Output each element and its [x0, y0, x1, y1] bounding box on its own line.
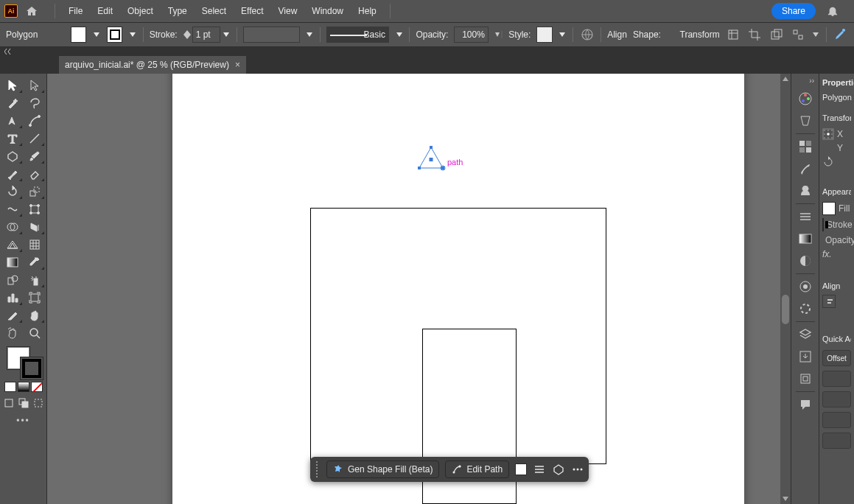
taskbar-shape-icon[interactable]: [552, 463, 565, 476]
slice-tool[interactable]: [1, 307, 24, 324]
symbols-panel-icon[interactable]: [793, 180, 818, 202]
fx-label[interactable]: fx.: [822, 249, 832, 259]
draw-behind[interactable]: [17, 396, 30, 410]
line-tool[interactable]: [24, 130, 46, 147]
layers-panel-icon[interactable]: [793, 323, 818, 346]
color-mode-none[interactable]: [31, 382, 43, 392]
dock-collapse-icon[interactable]: ››: [809, 77, 819, 85]
menu-select[interactable]: Select: [195, 0, 234, 22]
fill-swatch-small[interactable]: [822, 202, 836, 215]
color-guide-panel-icon[interactable]: [793, 110, 818, 132]
edit-path-button[interactable]: Edit Path: [445, 461, 509, 478]
mesh-tool[interactable]: [24, 236, 46, 253]
draw-normal[interactable]: [2, 396, 15, 410]
brush-definition[interactable]: Basic: [326, 27, 389, 43]
brushes-panel-icon[interactable]: [793, 158, 818, 180]
swatches-panel-icon[interactable]: [793, 136, 818, 158]
rotate-tool[interactable]: [1, 183, 24, 200]
graphic-styles-panel-icon[interactable]: [793, 298, 818, 320]
gradient-panel-icon[interactable]: [793, 228, 818, 250]
edit-toolbar-icon[interactable]: [833, 27, 848, 43]
stroke-color-indicator[interactable]: [20, 357, 43, 380]
draw-inside[interactable]: [32, 396, 45, 410]
rotate-icon[interactable]: [822, 156, 834, 168]
opacity-input[interactable]: 100%: [454, 27, 488, 43]
column-graph-tool[interactable]: [1, 289, 24, 307]
artboard-tool[interactable]: [24, 289, 46, 307]
stroke-weight-input[interactable]: 1 pt: [192, 27, 220, 43]
taskbar-fill-swatch[interactable]: [515, 463, 527, 475]
menu-object[interactable]: Object: [120, 0, 161, 22]
opacity-dropdown-icon[interactable]: [494, 27, 503, 43]
select-similar-dropdown-icon[interactable]: [811, 27, 820, 43]
eraser-tool[interactable]: [24, 165, 46, 183]
quick-action-button[interactable]: [822, 391, 851, 407]
vertical-scrollbar[interactable]: [780, 74, 791, 504]
width-tool[interactable]: [1, 200, 24, 218]
type-tool[interactable]: [1, 130, 24, 147]
direct-selection-tool[interactable]: [24, 77, 46, 94]
share-button[interactable]: Share: [771, 3, 816, 19]
artboards-panel-icon[interactable]: [793, 368, 818, 390]
stroke-swatch[interactable]: [107, 27, 122, 43]
gen-shape-fill-button[interactable]: Gen Shape Fill (Beta): [326, 461, 439, 478]
menu-window[interactable]: Window: [304, 0, 351, 22]
contextual-task-bar[interactable]: Gen Shape Fill (Beta) Edit Path: [310, 457, 589, 482]
color-mode-gradient[interactable]: [18, 382, 29, 392]
reference-point-icon[interactable]: [822, 128, 834, 140]
menu-edit[interactable]: Edit: [90, 0, 120, 22]
menu-view[interactable]: View: [271, 0, 305, 22]
quick-action-button[interactable]: [822, 371, 851, 387]
menu-effect[interactable]: Effect: [234, 0, 270, 22]
rotate-view-tool[interactable]: [1, 324, 24, 342]
brush-dropdown-icon[interactable]: [395, 27, 404, 43]
shaper-tool[interactable]: [1, 165, 24, 183]
menu-type[interactable]: Type: [161, 0, 195, 22]
pen-tool[interactable]: [1, 112, 24, 130]
home-icon[interactable]: [24, 3, 40, 19]
taskbar-more-icon[interactable]: [571, 463, 584, 476]
magic-wand-tool[interactable]: [1, 94, 24, 112]
fill-swatch[interactable]: [71, 27, 86, 43]
comments-panel-icon[interactable]: [793, 393, 818, 416]
document-tab[interactable]: arquivo_inicial.ai* @ 25 % (RGB/Preview)…: [59, 56, 246, 74]
live-paint-tool[interactable]: [24, 218, 46, 236]
fill-stroke-indicator[interactable]: [4, 346, 43, 379]
arrange-icon[interactable]: [769, 27, 784, 43]
align-left-button[interactable]: [822, 295, 836, 308]
stroke-dropdown-icon[interactable]: [128, 27, 137, 43]
style-dropdown-icon[interactable]: [559, 27, 567, 43]
gradient-tool[interactable]: [1, 253, 24, 271]
shape-label[interactable]: Shape:: [633, 29, 661, 40]
close-tab-icon[interactable]: ×: [235, 60, 240, 70]
quick-action-button[interactable]: [822, 433, 851, 449]
align-label[interactable]: Align: [607, 29, 627, 40]
asset-export-panel-icon[interactable]: [793, 346, 818, 368]
zoom-tool[interactable]: [24, 324, 46, 342]
quick-action-button[interactable]: [822, 412, 851, 428]
artwork-polygon-selected[interactable]: path: [418, 146, 444, 171]
graphic-style-swatch[interactable]: [536, 27, 552, 43]
taskbar-stroke-align-icon[interactable]: [533, 463, 546, 476]
selection-tool[interactable]: [1, 77, 24, 94]
color-panel-icon[interactable]: [793, 88, 818, 110]
fill-dropdown-icon[interactable]: [92, 27, 101, 43]
menu-help[interactable]: Help: [351, 0, 384, 22]
free-transform-tool[interactable]: [24, 200, 46, 218]
bell-icon[interactable]: [825, 3, 841, 19]
scrollbar-thumb[interactable]: [782, 295, 789, 324]
blend-tool[interactable]: [1, 271, 24, 289]
quick-action-button[interactable]: Offset: [822, 350, 851, 366]
canvas[interactable]: path Gen Shape Fill (Beta) Edit Path: [47, 74, 791, 504]
stroke-panel-icon[interactable]: [793, 206, 818, 228]
stroke-weight-stepper[interactable]: [183, 30, 191, 39]
appearance-panel-icon[interactable]: [793, 276, 818, 298]
stroke-swatch-small[interactable]: [822, 218, 824, 231]
transform-label[interactable]: Transform: [680, 29, 720, 40]
isolate-icon[interactable]: [726, 27, 741, 43]
paintbrush-tool[interactable]: [24, 147, 46, 165]
edit-toolbar-dots-icon[interactable]: •••: [16, 416, 30, 426]
perspective-grid-tool[interactable]: [1, 236, 24, 253]
shape-builder-tool[interactable]: [1, 218, 24, 236]
hand-tool[interactable]: [24, 307, 46, 324]
